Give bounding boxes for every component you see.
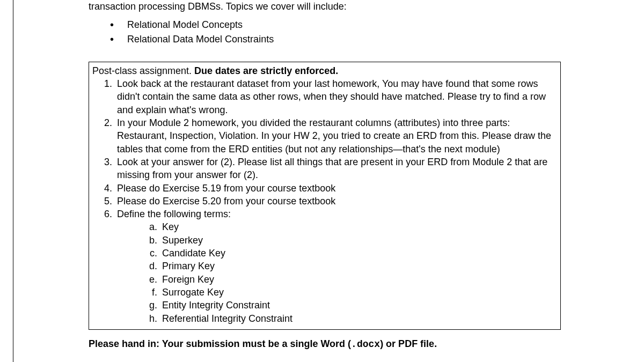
hand-in-instruction: Please hand in: Your submission must be …	[89, 337, 644, 351]
term-item: Key	[160, 220, 557, 233]
term-item: Foreign Key	[160, 273, 557, 286]
topic-bullets: Relational Model Concepts Relational Dat…	[110, 18, 644, 46]
term-item: Surrogate Key	[160, 286, 557, 299]
term-item: Entity Integrity Constraint	[160, 299, 557, 312]
term-item: Candidate Key	[160, 247, 557, 260]
assignment-item: Please do Exercise 5.20 from your course…	[115, 195, 557, 208]
assignment-list: Look back at the restaurant dataset from…	[115, 77, 557, 325]
assignment-item: Please do Exercise 5.19 from your course…	[115, 182, 557, 195]
term-item: Primary Key	[160, 260, 557, 272]
assignment-item: Define the following terms: Key Superkey…	[115, 208, 557, 325]
assignment-item: Look at your answer for (2). Please list…	[115, 156, 557, 182]
lead-text: transaction processing DBMSs. Topics we …	[89, 0, 644, 13]
bullet-item: Relational Data Model Constraints	[110, 33, 644, 46]
terms-list: Key Superkey Candidate Key Primary Key F…	[160, 220, 557, 324]
assignment-box: Post-class assignment. Due dates are str…	[89, 62, 561, 330]
handin-text-after: ) or PDF file.	[380, 338, 437, 349]
bullet-item: Relational Model Concepts	[110, 18, 644, 31]
define-terms-label: Define the following terms:	[117, 209, 231, 219]
assignment-item: In your Module 2 homework, you divided t…	[115, 116, 557, 156]
document-page: transaction processing DBMSs. Topics we …	[0, 0, 644, 362]
header-bold: Due dates are strictly enforced.	[194, 65, 338, 76]
handin-text-before: Your submission must be a single Word (	[162, 338, 351, 349]
header-plain: Post-class assignment.	[92, 65, 194, 76]
term-item: Superkey	[160, 234, 557, 247]
intro-section: transaction processing DBMSs. Topics we …	[13, 0, 644, 46]
page-content-frame: transaction processing DBMSs. Topics we …	[13, 0, 644, 362]
assignment-header: Post-class assignment. Due dates are str…	[92, 64, 557, 77]
term-item: Referential Integrity Constraint	[160, 312, 557, 325]
assignment-item: Look back at the restaurant dataset from…	[115, 77, 557, 116]
handin-label: Please hand in:	[89, 338, 162, 349]
handin-code: .docx	[351, 339, 380, 350]
